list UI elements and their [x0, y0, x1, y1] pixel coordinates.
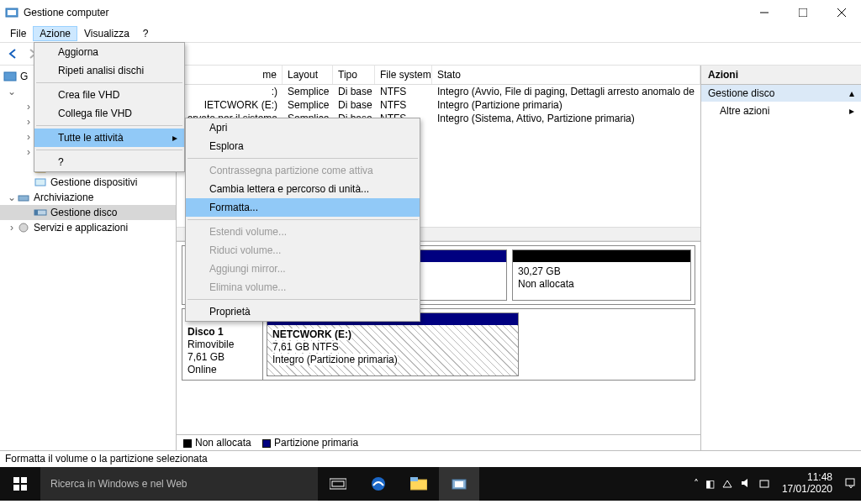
window-title: Gestione computer — [24, 7, 745, 18]
col-layout[interactable]: Layout — [283, 66, 333, 84]
menu-visualizza[interactable]: Visualizza — [77, 26, 136, 41]
close-button[interactable] — [822, 0, 861, 25]
submenu-apri[interactable]: Apri — [186, 118, 420, 137]
status-bar: Formatta il volume o la partizione selez… — [0, 450, 861, 467]
start-button[interactable] — [0, 467, 40, 501]
svg-point-18 — [19, 223, 28, 232]
svg-rect-15 — [18, 196, 29, 201]
partition-netcwork[interactable]: NETCWORK (E:) 7,61 GB NTFS Integro (Part… — [267, 325, 518, 375]
computer-management-taskbar-icon[interactable] — [439, 467, 479, 501]
title-bar: Gestione computer — [0, 0, 861, 25]
menu-azione[interactable]: Azione — [33, 26, 77, 41]
tray-chevron-up-icon[interactable]: ˄ — [694, 478, 699, 490]
edge-icon[interactable] — [358, 467, 399, 501]
tree-device-manager[interactable]: Gestione dispositivi — [0, 175, 176, 190]
tree-storage[interactable]: ⌄Archiviazione — [0, 190, 176, 205]
table-row[interactable]: IETCWORK (E:) Semplice Di base NTFS Inte… — [177, 98, 700, 112]
svg-rect-21 — [13, 477, 19, 483]
svg-rect-33 — [846, 479, 854, 486]
svg-rect-24 — [21, 485, 27, 491]
svg-rect-12 — [4, 72, 16, 81]
col-stato[interactable]: Stato — [432, 66, 700, 84]
svg-rect-1 — [8, 10, 16, 15]
actions-other[interactable]: Altre azioni▸ — [701, 102, 861, 120]
file-explorer-icon[interactable] — [399, 467, 439, 501]
svg-rect-23 — [13, 485, 19, 491]
submenu-formatta[interactable]: Formatta... — [186, 198, 420, 217]
submenu-esplora[interactable]: Esplora — [186, 137, 420, 155]
chevron-right-icon: ▸ — [172, 132, 177, 144]
svg-rect-29 — [410, 477, 418, 481]
col-tipo[interactable]: Tipo — [333, 66, 375, 84]
submenu-cambia-lettera[interactable]: Cambia lettera e percorso di unità... — [186, 180, 420, 198]
tray-icon[interactable] — [758, 477, 770, 491]
menu-aggiorna[interactable]: Aggiorna — [34, 43, 184, 61]
actions-group[interactable]: Gestione disco▴ — [701, 85, 861, 102]
app-icon — [5, 6, 18, 19]
menu-ripeti-analisi[interactable]: Ripeti analisi dischi — [34, 61, 184, 80]
back-button[interactable] — [3, 45, 22, 63]
volume-icon[interactable] — [740, 477, 752, 491]
svg-rect-14 — [35, 179, 45, 186]
actions-header: Azioni — [701, 66, 861, 85]
svg-rect-22 — [21, 477, 27, 483]
menu-help[interactable]: ? — [34, 153, 184, 171]
taskbar-clock[interactable]: 11:48 17/01/2020 — [777, 472, 837, 496]
submenu-contrassegna: Contrassegna partizione come attiva — [186, 161, 420, 180]
tree-services[interactable]: ›Servizi e applicazioni — [0, 220, 176, 235]
menu-help[interactable]: ? — [136, 26, 156, 41]
submenu-proprieta[interactable]: Proprietà — [186, 302, 420, 321]
svg-rect-17 — [34, 210, 38, 215]
tree-disk-management[interactable]: Gestione disco — [0, 205, 176, 220]
actions-pane: Azioni Gestione disco▴ Altre azioni▸ — [701, 66, 861, 450]
svg-rect-26 — [332, 481, 344, 486]
tutte-attivita-submenu: Apri Esplora Contrassegna partizione com… — [185, 118, 420, 322]
volume-table-header: me Layout Tipo File system Stato — [177, 66, 700, 85]
svg-rect-32 — [760, 480, 769, 487]
menu-bar: File Azione Visualizza ? — [0, 25, 861, 42]
table-row[interactable]: :) Semplice Di base NTFS Integro (Avvio,… — [177, 85, 700, 98]
submenu-riduci: Riduci volume... — [186, 241, 420, 260]
minimize-button[interactable] — [745, 0, 784, 25]
taskbar: Ricerca in Windows e nel Web ˄ ◧ 11:48 1… — [0, 467, 861, 501]
menu-crea-vhd[interactable]: Crea file VHD — [34, 86, 184, 104]
col-volume[interactable]: me — [177, 66, 283, 84]
task-view-button[interactable] — [318, 467, 358, 501]
taskbar-search[interactable]: Ricerca in Windows e nel Web — [40, 467, 318, 501]
notifications-icon[interactable] — [844, 477, 856, 491]
submenu-elimina: Elimina volume... — [186, 278, 420, 297]
menu-collega-vhd[interactable]: Collega file VHD — [34, 104, 184, 123]
submenu-aggiungi-mirror: Aggiungi mirror... — [186, 260, 420, 278]
chevron-up-icon: ▴ — [849, 87, 854, 99]
svg-rect-3 — [799, 8, 807, 17]
submenu-estendi: Estendi volume... — [186, 223, 420, 241]
maximize-button[interactable] — [784, 0, 822, 25]
network-icon[interactable] — [721, 477, 733, 491]
svg-rect-31 — [455, 481, 463, 487]
system-tray: ˄ ◧ 11:48 17/01/2020 — [694, 472, 861, 496]
tray-icon[interactable]: ◧ — [705, 478, 715, 490]
partition-legend: Non allocata Partizione primaria — [177, 434, 700, 450]
chevron-right-icon: ▸ — [849, 105, 854, 117]
col-fs[interactable]: File system — [375, 66, 432, 84]
unallocated-label[interactable]: 30,27 GBNon allocata — [513, 262, 690, 300]
menu-tutte-attivita[interactable]: Tutte le attività▸ — [34, 129, 184, 147]
menu-file[interactable]: File — [3, 26, 33, 41]
azione-menu: Aggiorna Ripeti analisi dischi Crea file… — [34, 42, 185, 172]
